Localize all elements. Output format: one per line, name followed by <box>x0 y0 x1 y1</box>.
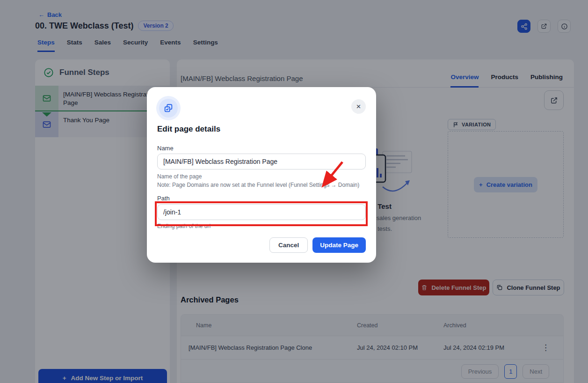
path-input[interactable] <box>157 204 366 220</box>
name-helper-text: Name of the page <box>157 173 202 180</box>
name-input[interactable] <box>157 154 366 169</box>
funnel-app-screen: ← Back 00. TWE Webclass (Test) Version 2… <box>0 0 588 383</box>
cancel-button[interactable]: Cancel <box>269 237 308 253</box>
pages-check-icon <box>163 103 174 113</box>
edit-page-details-modal: × Edit page details Name Name of the pag… <box>147 87 376 263</box>
path-helper-text: Ending path of the url <box>157 223 211 229</box>
modal-icon-halo <box>156 96 181 120</box>
modal-action-buttons: Cancel Update Page <box>269 237 366 253</box>
name-field-label: Name <box>157 145 174 152</box>
modal-close-button[interactable]: × <box>351 99 366 114</box>
modal-icon-circle <box>159 99 178 118</box>
path-field-label: Path <box>157 195 170 202</box>
update-page-button[interactable]: Update Page <box>312 237 366 253</box>
domain-note-text: Note: Page Domains are now set at the Fu… <box>157 182 359 188</box>
modal-title: Edit page details <box>157 125 220 134</box>
